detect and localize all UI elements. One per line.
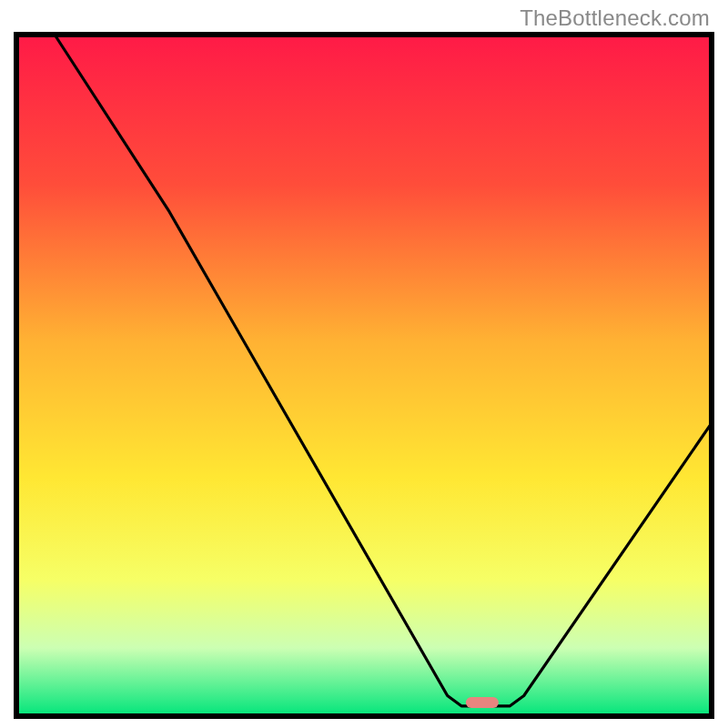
optimal-marker	[466, 697, 499, 708]
bottleneck-chart	[14, 32, 714, 719]
chart-svg	[14, 32, 714, 719]
watermark-text: TheBottleneck.com	[520, 5, 710, 31]
